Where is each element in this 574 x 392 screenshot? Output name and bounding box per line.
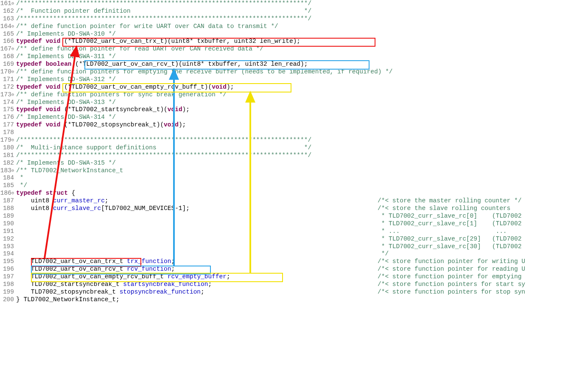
trailing-comment: /*< store function pointers for stop syn	[378, 288, 525, 296]
code-line[interactable]: /* Implements DD-SWA-312 */	[16, 76, 393, 84]
line-number: 175	[0, 106, 14, 114]
code-line[interactable]: /* Multi-instance support definitions */	[16, 144, 393, 152]
code-line[interactable]: TLD7002_uart_ov_can_trx_t trx_function;/…	[16, 258, 393, 266]
line-number-gutter: 161⊖162163164⊖165166167⊖168169170⊖171172…	[0, 0, 14, 304]
line-number: 167⊖	[0, 45, 14, 53]
line-number: 189	[0, 213, 14, 220]
trailing-comment: * TLD7002_curr_slave_rc[29] (TLD7002	[378, 235, 521, 243]
code-line[interactable]: typedef struct {	[16, 190, 393, 197]
code-line[interactable]: /** define function pointers for sync br…	[16, 91, 393, 99]
code-line[interactable]: /* Implements DD-SWA-315 */	[16, 160, 393, 167]
line-number: 193	[0, 243, 14, 251]
line-number: 171	[0, 76, 14, 84]
line-number: 182	[0, 160, 14, 167]
code-line[interactable]: uint8 curr_slave_rc[TLD7002_NUM_DEVICES-…	[16, 205, 393, 213]
trailing-comment: * TLD7002_curr_slave_rc[0] (TLD7002	[378, 213, 521, 220]
code-area[interactable]: /***************************************…	[16, 0, 393, 304]
code-line[interactable]: /***************************************…	[16, 15, 393, 23]
code-line[interactable]: /***************************************…	[16, 152, 393, 160]
trailing-comment: /*< store the slave rolling counters	[378, 205, 510, 213]
code-line[interactable]: */	[16, 250, 393, 258]
code-line[interactable]: /** define function pointer for write UA…	[16, 23, 393, 31]
code-line[interactable]: uint8 curr_master_rc;/*< store the maste…	[16, 197, 393, 205]
code-line[interactable]: TLD7002_startsyncbreak_t startsyncbreak_…	[16, 281, 393, 288]
line-number: 195	[0, 258, 14, 266]
trailing-comment: * ... ...	[378, 228, 507, 235]
line-number: 178	[0, 129, 14, 137]
line-number: 177	[0, 121, 14, 129]
code-line[interactable]: /** define function pointer for read UAR…	[16, 45, 393, 53]
line-number: 188	[0, 205, 14, 213]
code-line[interactable]: typedef void (*TLD7002_startsyncbreak_t)…	[16, 106, 393, 114]
line-number: 200	[0, 296, 14, 304]
code-line[interactable]: } TLD7002_NetworkInstance_t;	[16, 296, 393, 304]
line-number: 197	[0, 273, 14, 281]
line-number: 184	[0, 174, 14, 182]
trailing-comment: /*< store the master rolling counter */	[378, 197, 521, 205]
line-number: 186⊖	[0, 190, 14, 197]
trailing-comment: /*< store function pointers for start sy	[378, 281, 525, 288]
code-line[interactable]: TLD7002_uart_ov_can_rcv_t rcv_function;/…	[16, 266, 393, 273]
code-line[interactable]: /* Implements DD-SWA-310 */	[16, 31, 393, 38]
code-line[interactable]: TLD7002_stopsyncbreak_t stopsyncbreak_fu…	[16, 288, 393, 296]
line-number: 162	[0, 8, 14, 15]
code-line[interactable]	[16, 129, 393, 137]
code-line[interactable]: /* Implements DD-SWA-314 */	[16, 114, 393, 121]
code-line[interactable]: * TLD7002_curr_slave_rc[0] (TLD7002	[16, 213, 393, 220]
trailing-comment: /*< store function pointer for reading U	[378, 266, 525, 273]
line-number: 165	[0, 31, 14, 38]
line-number: 183⊖	[0, 167, 14, 175]
code-line[interactable]: typedef void (*TLD7002_uart_ov_can_empty…	[16, 84, 393, 91]
line-number: 164⊖	[0, 23, 14, 31]
code-line[interactable]: * TLD7002_curr_slave_rc[1] (TLD7002	[16, 220, 393, 228]
line-number: 180	[0, 144, 14, 152]
line-number: 176	[0, 114, 14, 121]
code-line[interactable]: /***************************************…	[16, 137, 393, 144]
code-line[interactable]: * TLD7002_curr_slave_rc[30] (TLD7002	[16, 243, 393, 251]
line-number: 191	[0, 228, 14, 235]
line-number: 170⊖	[0, 68, 14, 76]
line-number: 181	[0, 152, 14, 160]
line-number: 190	[0, 220, 14, 228]
line-number: 185	[0, 182, 14, 190]
line-number: 166	[0, 38, 14, 45]
trailing-comment: /*< store function pointer for writing U	[378, 258, 525, 266]
line-number: 169	[0, 61, 14, 68]
line-number: 196	[0, 266, 14, 273]
code-line[interactable]: /** TLD7002_NetworkInstance_t	[16, 167, 393, 175]
code-line[interactable]: typedef void (*TLD7002_uart_ov_can_trx_t…	[16, 38, 393, 45]
code-line[interactable]: /* Function pointer definition */	[16, 8, 393, 15]
trailing-comment: */	[378, 250, 389, 258]
line-number: 192	[0, 235, 14, 243]
code-line[interactable]: /** define function pointers for emptyin…	[16, 68, 393, 76]
line-number: 172	[0, 84, 14, 91]
code-line[interactable]: typedef boolean (*TLD7002_uart_ov_can_rc…	[16, 61, 393, 68]
code-line[interactable]: TLD7002_uart_ov_can_empty_rcv_buff_t rcv…	[16, 273, 393, 281]
line-number: 199	[0, 288, 14, 296]
code-line[interactable]: */	[16, 182, 393, 190]
line-number: 173⊖	[0, 91, 14, 99]
line-number: 163	[0, 15, 14, 23]
line-number: 161⊖	[0, 0, 14, 8]
trailing-comment: * TLD7002_curr_slave_rc[30] (TLD7002	[378, 243, 521, 251]
code-line[interactable]: *	[16, 174, 393, 182]
code-line[interactable]: typedef void (*TLD7002_stopsyncbreak_t)(…	[16, 121, 393, 129]
line-number: 187	[0, 197, 14, 205]
line-number: 198	[0, 281, 14, 288]
line-number: 174	[0, 99, 14, 106]
code-editor[interactable]: 161⊖162163164⊖165166167⊖168169170⊖171172…	[0, 0, 574, 392]
code-line[interactable]: * ... ...	[16, 228, 393, 235]
line-number: 179⊖	[0, 137, 14, 144]
trailing-comment: /*< store function pointer for emptying	[378, 273, 525, 281]
code-line[interactable]: /* Implements DD-SWA-311 */	[16, 53, 393, 61]
code-line[interactable]: * TLD7002_curr_slave_rc[29] (TLD7002	[16, 235, 393, 243]
code-line[interactable]: /* Implements DD-SWA-313 */	[16, 99, 393, 106]
code-line[interactable]: /***************************************…	[16, 0, 393, 8]
line-number: 168	[0, 53, 14, 61]
trailing-comment: * TLD7002_curr_slave_rc[1] (TLD7002	[378, 220, 521, 228]
line-number: 194	[0, 250, 14, 258]
